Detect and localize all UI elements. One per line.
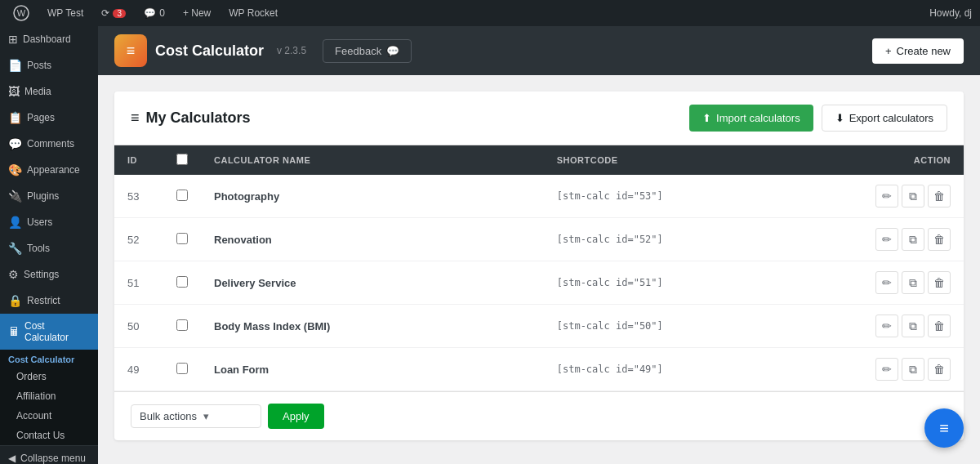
main-content: ≡ Cost Calculator v 2.3.5 Feedback 💬 + C… bbox=[98, 26, 980, 464]
calculators-card: ≡ My Calculators ⬆ Import calculators ⬇ … bbox=[114, 91, 964, 440]
row-checkbox-0[interactable] bbox=[176, 190, 188, 201]
sidebar-item-dashboard[interactable]: ⊞ Dashboard bbox=[0, 26, 98, 52]
sidebar-label-tools: Tools bbox=[27, 243, 50, 254]
cell-id-4: 49 bbox=[114, 348, 163, 391]
cell-id-0: 53 bbox=[114, 175, 163, 218]
delete-button-4[interactable]: 🗑 bbox=[928, 358, 951, 381]
fab-icon: ≡ bbox=[939, 419, 949, 438]
sidebar-item-cost-calculator[interactable]: 🖩 Cost Calculator bbox=[0, 314, 98, 350]
cell-name-2: Delivery Service bbox=[201, 261, 544, 305]
sidebar-item-users[interactable]: 👤 Users bbox=[0, 209, 98, 235]
updates-item[interactable]: ⟳ 3 bbox=[96, 7, 131, 19]
sidebar-item-restrict[interactable]: 🔒 Restrict bbox=[0, 288, 98, 314]
feedback-button[interactable]: Feedback 💬 bbox=[323, 39, 412, 63]
copy-button-2[interactable]: ⧉ bbox=[902, 271, 924, 294]
delete-button-2[interactable]: 🗑 bbox=[928, 271, 951, 294]
sidebar-item-appearance[interactable]: 🎨 Appearance bbox=[0, 157, 98, 183]
cell-checkbox-3 bbox=[163, 305, 201, 348]
dashboard-icon: ⊞ bbox=[8, 33, 18, 46]
fab-button[interactable]: ≡ bbox=[924, 408, 964, 448]
restrict-icon: 🔒 bbox=[8, 294, 22, 307]
copy-button-0[interactable]: ⧉ bbox=[902, 185, 924, 207]
media-icon: 🖼 bbox=[8, 85, 20, 98]
create-new-button[interactable]: + Create new bbox=[872, 38, 964, 64]
sidebar-item-account[interactable]: Account bbox=[0, 406, 98, 426]
sidebar-label-plugins: Plugins bbox=[27, 190, 59, 202]
th-action: ACTION bbox=[862, 145, 964, 175]
import-icon: ⬆ bbox=[702, 112, 711, 124]
delete-button-3[interactable]: 🗑 bbox=[928, 315, 951, 337]
admin-bar: W WP Test ⟳ 3 💬 0 + New WP Rocket Howdy,… bbox=[0, 0, 980, 26]
th-checkbox bbox=[163, 145, 201, 175]
row-checkbox-3[interactable] bbox=[176, 319, 188, 331]
wp-rocket-item[interactable]: WP Rocket bbox=[224, 7, 283, 19]
edit-button-0[interactable]: ✏ bbox=[875, 185, 898, 207]
submenu-section-label: Cost Calculator bbox=[0, 350, 98, 367]
sidebar-label-comments: Comments bbox=[27, 138, 74, 149]
sidebar-item-posts[interactable]: 📄 Posts bbox=[0, 52, 98, 78]
row-checkbox-1[interactable] bbox=[176, 233, 188, 244]
edit-button-3[interactable]: ✏ bbox=[875, 315, 898, 337]
edit-button-4[interactable]: ✏ bbox=[875, 358, 898, 381]
sidebar-label-posts: Posts bbox=[27, 60, 51, 71]
cost-calculator-icon: 🖩 bbox=[8, 325, 20, 338]
calc-header: ≡ My Calculators ⬆ Import calculators ⬇ … bbox=[114, 91, 964, 145]
import-label: Import calculators bbox=[716, 112, 800, 124]
sidebar-label-orders: Orders bbox=[16, 371, 47, 382]
select-all-checkbox[interactable] bbox=[176, 154, 188, 165]
cell-action-2: ✏ ⧉ 🗑 bbox=[862, 261, 964, 305]
sidebar-item-affiliation[interactable]: Affiliation bbox=[0, 386, 98, 406]
export-calculators-button[interactable]: ⬇ Export calculators bbox=[822, 105, 947, 132]
sidebar-label-affiliation: Affiliation bbox=[16, 390, 56, 402]
copy-button-4[interactable]: ⧉ bbox=[902, 358, 924, 381]
collapse-menu-button[interactable]: ◀ Collapse menu bbox=[0, 445, 98, 464]
sidebar-item-settings[interactable]: ⚙ Settings bbox=[0, 261, 98, 288]
sidebar-item-orders[interactable]: Orders bbox=[0, 367, 98, 386]
cell-shortcode-3: [stm-calc id="50"] bbox=[544, 305, 862, 348]
plugin-header: ≡ Cost Calculator v 2.3.5 Feedback 💬 + C… bbox=[98, 26, 980, 75]
bulk-actions-select[interactable]: Bulk actions ▾ bbox=[131, 404, 261, 428]
sidebar-item-contact-us[interactable]: Contact Us bbox=[0, 426, 98, 445]
cell-action-4: ✏ ⧉ 🗑 bbox=[862, 348, 964, 391]
edit-button-1[interactable]: ✏ bbox=[875, 228, 898, 251]
comments-item[interactable]: 💬 0 bbox=[139, 7, 170, 19]
table-row: 50 Body Mass Index (BMI) [stm-calc id="5… bbox=[114, 305, 964, 348]
delete-button-1[interactable]: 🗑 bbox=[928, 228, 951, 251]
apply-button[interactable]: Apply bbox=[268, 404, 324, 429]
copy-button-1[interactable]: ⧉ bbox=[902, 228, 924, 251]
export-label: Export calculators bbox=[849, 112, 933, 124]
cell-checkbox-4 bbox=[163, 348, 201, 391]
sidebar-item-comments[interactable]: 💬 Comments bbox=[0, 131, 98, 157]
cell-shortcode-4: [stm-calc id="49"] bbox=[544, 348, 862, 391]
content-area: ≡ My Calculators ⬆ Import calculators ⬇ … bbox=[98, 75, 980, 457]
edit-button-2[interactable]: ✏ bbox=[875, 271, 898, 294]
calculators-table: ID CALCULATOR NAME SHORTCODE ACTION 53 P… bbox=[114, 145, 964, 391]
feedback-label: Feedback bbox=[335, 45, 381, 57]
sidebar-item-pages[interactable]: 📋 Pages bbox=[0, 105, 98, 131]
row-checkbox-4[interactable] bbox=[176, 363, 188, 374]
calc-title: ≡ My Calculators bbox=[131, 109, 251, 127]
sidebar-item-plugins[interactable]: 🔌 Plugins bbox=[0, 183, 98, 209]
new-item[interactable]: + New bbox=[178, 7, 216, 19]
delete-button-0[interactable]: 🗑 bbox=[928, 185, 951, 207]
sidebar-label-cost-calculator: Cost Calculator bbox=[24, 320, 90, 343]
sidebar-label-media: Media bbox=[24, 86, 51, 97]
calc-title-icon: ≡ bbox=[131, 109, 140, 127]
sidebar-item-tools[interactable]: 🔧 Tools bbox=[0, 235, 98, 261]
cell-id-3: 50 bbox=[114, 305, 163, 348]
sidebar-label-appearance: Appearance bbox=[27, 164, 80, 176]
import-calculators-button[interactable]: ⬆ Import calculators bbox=[689, 105, 813, 132]
sidebar: ⊞ Dashboard 📄 Posts 🖼 Media 📋 Pages 💬 Co… bbox=[0, 26, 98, 464]
wp-logo-item[interactable]: W bbox=[8, 5, 34, 21]
sidebar-label-restrict: Restrict bbox=[27, 295, 60, 306]
cell-shortcode-0: [stm-calc id="53"] bbox=[544, 175, 862, 218]
posts-icon: 📄 bbox=[8, 59, 22, 72]
site-name-item[interactable]: WP Test bbox=[42, 7, 88, 19]
cell-shortcode-2: [stm-calc id="51"] bbox=[544, 261, 862, 305]
cell-id-1: 52 bbox=[114, 218, 163, 261]
row-checkbox-2[interactable] bbox=[176, 276, 188, 288]
cell-action-0: ✏ ⧉ 🗑 bbox=[862, 175, 964, 218]
copy-button-3[interactable]: ⧉ bbox=[902, 315, 924, 337]
sidebar-item-media[interactable]: 🖼 Media bbox=[0, 78, 98, 105]
header-actions: ⬆ Import calculators ⬇ Export calculator… bbox=[689, 105, 947, 132]
